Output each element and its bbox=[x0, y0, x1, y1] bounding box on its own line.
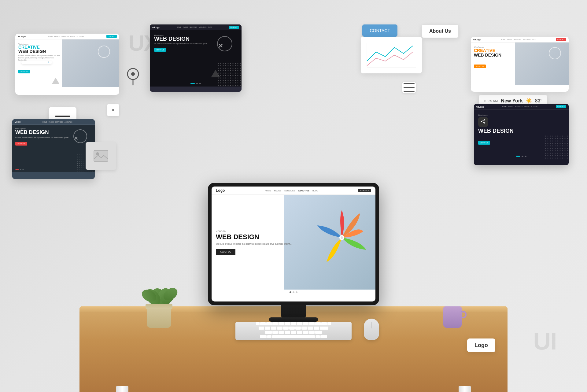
weather-city: New York bbox=[501, 98, 522, 104]
screen-title: WEB DESIGN bbox=[216, 233, 293, 241]
card-ls-logo: Logo bbox=[15, 120, 21, 123]
key-32 bbox=[279, 331, 284, 334]
monitor-base bbox=[269, 317, 318, 322]
card-top-left-contact[interactable]: CONTACT bbox=[106, 35, 117, 38]
rd-dot-2 bbox=[525, 156, 526, 157]
monitor-screen: Logo HOME PAGES SERVICES ABOUT US BLOG C… bbox=[212, 187, 375, 301]
card-rd-content: Web Agency WEB DESIGN ABOUT US bbox=[478, 114, 564, 145]
screen-about-btn[interactable]: ABOUT US bbox=[216, 249, 235, 255]
card-center-contact[interactable]: CONTACT bbox=[229, 26, 239, 29]
screen-nav-links: HOME PAGES SERVICES ABOUT US BLOG bbox=[264, 190, 318, 192]
mug-body bbox=[443, 306, 462, 328]
key-alt bbox=[267, 335, 271, 338]
card-center-title: WEB DESIGN bbox=[154, 36, 237, 42]
keyboard-row-4 bbox=[235, 335, 352, 339]
rd-blog: BLOG bbox=[533, 106, 538, 108]
hamburger-line-2 bbox=[404, 87, 415, 88]
hamburger-menu-icon[interactable] bbox=[402, 82, 416, 93]
card-top-center-dark: wLogo HOME PAGES SERVICES ABOUT US BLOG … bbox=[150, 24, 242, 92]
key-1 bbox=[256, 322, 260, 325]
card-right-content: Web Agency CREATIVE WEB DESIGN ABOUT US bbox=[474, 46, 518, 68]
about-us-button[interactable]: About Us bbox=[422, 24, 459, 38]
contact-top-button[interactable]: CONTACT bbox=[362, 24, 397, 37]
dark-home: HOME bbox=[177, 26, 181, 28]
screen-hero-left: <code> WEB DESIGN We build creative webs… bbox=[212, 224, 297, 261]
screen-services: SERVICES bbox=[284, 190, 295, 192]
ls-sub: We build creative websites that captivat… bbox=[15, 137, 92, 139]
screen-pages: PAGES bbox=[274, 190, 281, 192]
card-right-img bbox=[515, 43, 569, 85]
close-button[interactable]: × bbox=[107, 104, 119, 116]
key-8 bbox=[297, 322, 302, 325]
key-11 bbox=[315, 322, 321, 325]
screen-dots bbox=[212, 290, 375, 295]
card-center-content: Web Agency WEB DESIGN We build creative … bbox=[150, 30, 242, 56]
card-top-left-search[interactable]: 🔍 bbox=[21, 61, 52, 64]
card-right-about-btn[interactable]: ABOUT US bbox=[474, 65, 486, 68]
card-rd-about-btn[interactable]: ABOUT US bbox=[478, 141, 490, 145]
dark-services: SERVICES bbox=[190, 26, 197, 28]
ui-label: UI bbox=[533, 327, 556, 355]
svg-line-11 bbox=[482, 122, 484, 123]
keyboard-row-1 bbox=[235, 322, 352, 326]
tr-blog: BLOG bbox=[532, 39, 536, 40]
dot-1 bbox=[196, 83, 198, 84]
coffee-mug bbox=[443, 306, 465, 331]
card-rd-links: HOME PAGES SERVICES ABOUT US BLOG bbox=[486, 106, 554, 108]
rd-services: SERVICES bbox=[515, 106, 523, 108]
svg-rect-16 bbox=[94, 150, 108, 161]
screen-contact[interactable]: CONTACT bbox=[358, 189, 371, 192]
key-27 bbox=[295, 327, 301, 330]
card-top-left-sub: We build creative websites that captivat… bbox=[18, 55, 62, 61]
desk-leg-left bbox=[116, 386, 128, 392]
dark-pages: PAGES bbox=[183, 26, 188, 28]
key-26 bbox=[289, 327, 295, 330]
rd-slide-dots bbox=[516, 156, 526, 157]
screen-code-tag: <code> bbox=[216, 230, 293, 233]
card-top-left-pages: PAGES bbox=[54, 35, 60, 37]
ls-services: SERVICES bbox=[55, 121, 63, 123]
card-right-hero: Web Agency CREATIVE WEB DESIGN ABOUT US bbox=[471, 43, 569, 85]
triangle-dark bbox=[211, 70, 220, 77]
key-24 bbox=[277, 327, 282, 330]
weather-sun-icon: ☀️ bbox=[526, 98, 532, 104]
ls-slide-dots bbox=[15, 169, 24, 170]
tr-about: ABOUT US bbox=[523, 39, 530, 40]
card-ls-hero: Web Agency WEB DESIGN We build creative … bbox=[12, 125, 95, 172]
card-top-left-about: ABOUT US bbox=[70, 35, 78, 37]
key-alt-r bbox=[316, 335, 320, 338]
ls-about-btn[interactable]: ABOUT US bbox=[15, 142, 27, 146]
card-center-nav: wLogo HOME PAGES SERVICES ABOUT US BLOG … bbox=[150, 24, 242, 30]
image-placeholder-icon bbox=[93, 150, 109, 162]
card-top-left-about-btn[interactable]: ABOUT US bbox=[18, 70, 30, 73]
hamburger-line-1 bbox=[404, 83, 415, 84]
card-right-creative: CREATIVE bbox=[474, 48, 518, 53]
card-top-left-webdesign: WEB DESIGN bbox=[18, 49, 62, 54]
weather-time: 10:25 AM bbox=[484, 99, 498, 103]
tr-services: SERVICES bbox=[514, 39, 521, 40]
tr-home: HOME bbox=[501, 39, 505, 40]
rd-about: ABOUT US bbox=[524, 106, 532, 108]
ls-pages: PAGES bbox=[49, 121, 54, 123]
dark-blog: BLOG bbox=[208, 26, 212, 28]
card-right-webdesign: WEB DESIGN bbox=[474, 53, 518, 57]
card-right-contact[interactable]: CONTACT bbox=[556, 38, 566, 41]
key-2a bbox=[314, 327, 319, 330]
card-top-left-navlinks: HOME PAGES SERVICES ABOUT US BLOG bbox=[28, 35, 105, 37]
screen-hero: <code> WEB DESIGN We build creative webs… bbox=[212, 195, 375, 290]
key-25 bbox=[283, 327, 289, 330]
key-34 bbox=[291, 331, 296, 334]
card-center-navlinks: HOME PAGES SERVICES ABOUT US BLOG bbox=[162, 26, 227, 28]
card-rd-contact[interactable]: CONTACT bbox=[556, 105, 566, 108]
hamburger-line-3 bbox=[404, 91, 415, 92]
pinwheel-container bbox=[311, 201, 372, 277]
ls-home: HOME bbox=[42, 121, 47, 123]
screen-nav: Logo HOME PAGES SERVICES ABOUT US BLOG C… bbox=[212, 187, 375, 195]
keyboard-row-3 bbox=[235, 330, 352, 335]
card-center-about-btn[interactable]: ABOUT US bbox=[154, 48, 166, 52]
key-12 bbox=[321, 322, 327, 325]
card-right-dark: wLogo HOME PAGES SERVICES ABOUT US BLOG … bbox=[474, 104, 569, 165]
card-top-left-content: Web Agency CREATIVE WEB DESIGN We build … bbox=[18, 43, 62, 73]
screen-dot-3 bbox=[296, 291, 297, 293]
card-ls-nav: Logo HOME PAGES SERVICES ABOUT US bbox=[12, 119, 95, 125]
